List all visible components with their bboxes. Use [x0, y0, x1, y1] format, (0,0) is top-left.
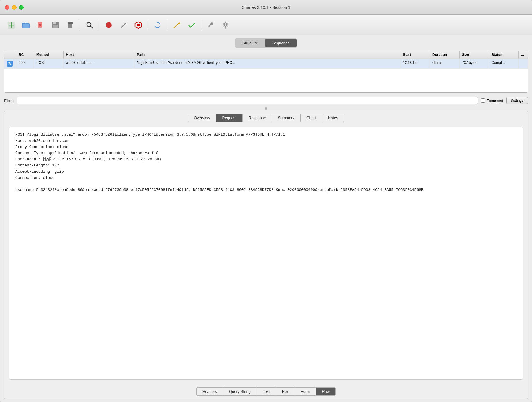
separator-5 — [201, 20, 201, 30]
validate-button[interactable] — [185, 19, 198, 32]
svg-rect-10 — [53, 22, 56, 24]
divider-dot — [265, 107, 267, 110]
svg-rect-5 — [23, 24, 29, 28]
record-button[interactable] — [102, 19, 115, 32]
close-file-button[interactable] — [34, 19, 47, 32]
tab-text[interactable]: Text — [257, 387, 276, 396]
row-protocol-icon: W — [7, 61, 13, 67]
tab-overview[interactable]: Overview — [188, 114, 216, 122]
cell-method: POST — [34, 59, 64, 68]
col-icon — [4, 51, 16, 59]
svg-point-26 — [224, 24, 227, 26]
separator-3 — [148, 20, 148, 30]
new-session-button[interactable] — [5, 19, 18, 32]
tab-query-string[interactable]: Query String — [223, 387, 257, 396]
maximize-button[interactable] — [19, 5, 24, 10]
separator-1 — [80, 20, 80, 30]
wrench-button[interactable] — [204, 19, 217, 32]
col-path: Path — [134, 51, 400, 59]
separator-4 — [167, 20, 167, 30]
main-content: Structure Sequence RC Method Host Path S… — [0, 35, 532, 402]
tab-response[interactable]: Response — [242, 114, 272, 122]
cell-size: 737 bytes — [460, 59, 489, 68]
svg-line-20 — [121, 27, 122, 28]
filter-input[interactable] — [17, 97, 478, 104]
refresh-button[interactable] — [151, 19, 164, 32]
cell-rc: 200 — [16, 59, 34, 68]
col-more: ... — [519, 51, 528, 59]
minimize-button[interactable] — [12, 5, 17, 10]
tab-headers[interactable]: Headers — [196, 387, 223, 396]
detail-tabs: Overview Request Response Summary Chart … — [4, 111, 528, 122]
col-size: Size — [460, 51, 489, 59]
find-button[interactable] — [83, 19, 96, 32]
request-content-area: POST /loginBiLinUser.html?random=-546376… — [4, 122, 528, 384]
table-header: RC Method Host Path Start Duration Size … — [4, 51, 528, 59]
col-start: Start — [400, 51, 430, 59]
tab-hex[interactable]: Hex — [276, 387, 295, 396]
tab-summary[interactable]: Summary — [272, 114, 300, 122]
separator-2 — [99, 20, 99, 30]
cell-duration: 69 ms — [430, 59, 460, 68]
traffic-lights — [5, 5, 24, 10]
cell-host: web20.onbilin.c... — [64, 59, 134, 68]
sessions-table: RC Method Host Path Start Duration Size … — [4, 51, 528, 93]
open-button[interactable] — [20, 19, 33, 32]
cell-more — [519, 59, 528, 68]
tools-pen-button[interactable] — [117, 19, 130, 32]
focussed-group: Focussed — [481, 98, 503, 103]
sequence-view-button[interactable]: Sequence — [265, 39, 297, 47]
structure-view-button[interactable]: Structure — [235, 39, 265, 47]
table-row[interactable]: W 200 POST web20.onbilin.c... /loginBiLi… — [4, 59, 528, 69]
svg-line-18 — [121, 23, 125, 27]
divider — [4, 106, 528, 111]
detail-panel: Overview Request Response Summary Chart … — [4, 111, 528, 399]
svg-rect-11 — [53, 25, 58, 28]
edit-button[interactable] — [170, 19, 183, 32]
toolbar — [0, 15, 532, 35]
cell-status: Compl... — [489, 59, 519, 68]
col-host: Host — [64, 51, 134, 59]
tab-chart[interactable]: Chart — [300, 114, 322, 122]
col-method: Method — [34, 51, 64, 59]
cell-icon: W — [4, 59, 16, 68]
col-rc: RC — [16, 51, 34, 59]
tab-raw[interactable]: Raw — [316, 387, 336, 396]
svg-line-24 — [174, 23, 179, 28]
filter-bar: Filter: Focussed Settings — [4, 95, 528, 106]
col-duration: Duration — [430, 51, 460, 59]
table-empty-area — [4, 69, 528, 92]
focussed-checkbox[interactable] — [481, 98, 485, 103]
svg-rect-14 — [69, 22, 72, 23]
close-button[interactable] — [5, 5, 9, 10]
col-status: Status — [489, 51, 519, 59]
tab-form[interactable]: Form — [295, 387, 316, 396]
settings-button[interactable]: Settings — [506, 97, 528, 104]
request-text-box: POST /loginBiLinUser.html?random=-546376… — [9, 127, 523, 380]
focussed-label: Focussed — [486, 98, 503, 103]
view-toggle: Structure Sequence — [4, 38, 528, 48]
title-bar: Charles 3.10.1 - Session 1 — [0, 0, 532, 15]
tab-notes[interactable]: Notes — [322, 114, 344, 122]
gear-button[interactable] — [219, 19, 232, 32]
svg-rect-12 — [68, 23, 72, 28]
cell-start: 12:18:15 — [400, 59, 430, 68]
clear-button[interactable] — [64, 19, 77, 32]
save-file-button[interactable] — [49, 19, 62, 32]
filter-label: Filter: — [4, 98, 14, 103]
svg-point-17 — [106, 22, 112, 28]
svg-line-16 — [90, 26, 93, 28]
tab-request[interactable]: Request — [216, 114, 242, 122]
window-title: Charles 3.10.1 - Session 1 — [242, 5, 291, 10]
stop-button[interactable] — [132, 19, 145, 32]
svg-rect-22 — [137, 24, 140, 26]
cell-path: /loginBiLinUser.html?random=-546376261&c… — [134, 59, 400, 68]
bottom-format-tabs: Headers Query String Text Hex Form Raw — [4, 384, 528, 399]
